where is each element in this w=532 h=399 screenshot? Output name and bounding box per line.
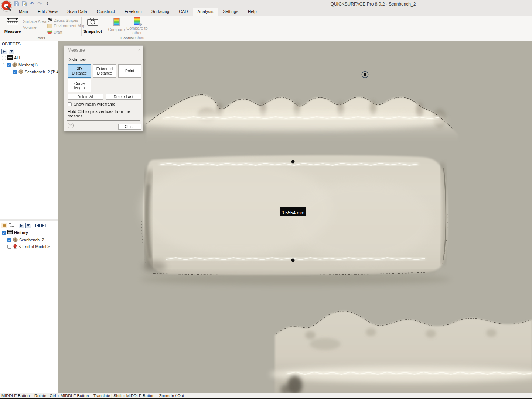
- history-toolbar: [1, 222, 46, 229]
- objects-panel-title: OBJECTS: [0, 41, 58, 48]
- checkbox-history[interactable]: ✓: [2, 231, 6, 235]
- end-of-model-arrow-icon: [13, 244, 17, 250]
- gear-icon: ⚙: [139, 22, 143, 27]
- volume-button[interactable]: Volume: [23, 25, 37, 30]
- mesh-wheel-icon: [18, 69, 23, 75]
- app-logo-icon: [1, 0, 12, 12]
- redo-icon[interactable]: ↷: [37, 1, 42, 7]
- history-filter-icon[interactable]: [25, 223, 31, 228]
- title-bar: ↶ ↷ ▾ QUICKSURFACE Pro 8.0.2 - Scanbench…: [0, 0, 532, 8]
- tab-edit-view[interactable]: Edit / View: [33, 8, 62, 16]
- measure-ruler-icon: [6, 17, 19, 28]
- tree-item-all[interactable]: ALL: [2, 55, 21, 61]
- extended-distance-button[interactable]: Extended Distance: [93, 64, 116, 78]
- surface-area-button[interactable]: Surface Area: [23, 19, 47, 24]
- draft-button[interactable]: Draft: [47, 30, 62, 34]
- panel-splitter[interactable]: [0, 219, 58, 221]
- mesh-wheel-icon: [12, 62, 17, 68]
- history-skip-to-start-icon[interactable]: [35, 222, 40, 229]
- save-icon[interactable]: [13, 1, 19, 7]
- left-panel: OBJECTS ALL ˅ ✓ Meshes(1) ✓ Scanbench_2 …: [0, 41, 58, 393]
- delete-last-button[interactable]: Delete Last: [106, 94, 141, 100]
- close-button[interactable]: Close: [118, 124, 141, 130]
- ribbon-separator: [105, 17, 105, 36]
- save-as-icon[interactable]: [21, 1, 27, 7]
- application-window: ↶ ↷ ▾ QUICKSURFACE Pro 8.0.2 - Scanbench…: [0, 0, 532, 399]
- environment-map-button[interactable]: Environment Map: [47, 24, 85, 28]
- undo-icon[interactable]: ↶: [29, 1, 35, 7]
- customize-quick-access-icon[interactable]: ▾: [47, 2, 48, 6]
- tree-item-end-of-model[interactable]: < End of Model >: [7, 244, 50, 250]
- 3d-distance-button[interactable]: 3D Distance: [68, 64, 91, 78]
- pivot-indicator-icon: [362, 72, 368, 78]
- status-bar: MIDDLE Button = Rotate | Ctrl + MIDDLE B…: [0, 393, 532, 399]
- compare-colormap-icon: [113, 18, 120, 26]
- draft-icon: [47, 30, 52, 34]
- tab-freeform[interactable]: Freeform: [120, 8, 147, 16]
- tree-label-all: ALL: [14, 56, 21, 60]
- checkbox-scanbench[interactable]: ✓: [13, 70, 17, 74]
- history-tree-view-icon[interactable]: [8, 223, 15, 228]
- checkbox-history-scanbench[interactable]: ✓: [7, 238, 11, 242]
- tree-item-history-scanbench[interactable]: ✓ Scanbench_2: [7, 237, 44, 243]
- mesh-center-boss: [140, 155, 451, 285]
- pick-vertices-hint: Hold Ctrl to pick vertices from the mesh…: [68, 109, 143, 118]
- zebra-stripes-label: Zebra Stripes: [54, 18, 78, 23]
- measure-button[interactable]: Measure: [4, 17, 21, 34]
- history-list-view-icon[interactable]: [1, 223, 7, 228]
- ribbon-toolbar: Measure Surface Area Volume Zebra Stripe…: [0, 16, 532, 41]
- toolbar-separator: [17, 223, 17, 228]
- zebra-stripes-icon: [47, 18, 52, 23]
- objects-filter-icon[interactable]: [9, 49, 14, 54]
- tree-label-meshes: Meshes(1): [18, 63, 38, 67]
- help-icon[interactable]: ?: [68, 123, 74, 128]
- checkbox-all[interactable]: [2, 56, 6, 60]
- point-button[interactable]: Point: [118, 64, 141, 78]
- history-expand-icon[interactable]: [19, 223, 24, 228]
- menu-bar: Main Edit / View Scan Data Construct Fre…: [0, 8, 532, 16]
- distances-section-label: Distances: [68, 57, 86, 62]
- measurement-label: 3.5554 mm: [282, 210, 305, 216]
- mesh-wheel-icon: [13, 237, 18, 243]
- environment-map-icon: [47, 24, 52, 28]
- show-wireframe-checkbox[interactable]: [68, 102, 72, 106]
- close-icon[interactable]: ×: [138, 47, 141, 52]
- toolbar-separator: [33, 223, 33, 228]
- tree-item-history[interactable]: ✓ History: [2, 230, 28, 235]
- measure-dialog-title[interactable]: Measure: [68, 48, 85, 53]
- snapshot-button[interactable]: Snapshot: [83, 17, 102, 34]
- show-wireframe-label: Show mesh wireframe: [74, 102, 116, 106]
- history-skip-to-end-icon[interactable]: [41, 222, 46, 229]
- compare-button[interactable]: Compare: [108, 18, 125, 32]
- compare-label: Compare: [108, 27, 125, 32]
- show-wireframe-checkbox-row[interactable]: Show mesh wireframe: [68, 102, 116, 106]
- environment-map-label: Environment Map: [54, 24, 85, 28]
- layers-icon: [7, 230, 13, 235]
- curve-length-button[interactable]: Curve length: [68, 79, 91, 92]
- zebra-stripes-button[interactable]: Zebra Stripes: [47, 18, 78, 23]
- draft-label: Draft: [54, 30, 62, 34]
- measure-dialog: Measure × Distances 3D Distance Extended…: [64, 45, 143, 131]
- tab-cad[interactable]: CAD: [174, 8, 192, 16]
- tab-scan-data[interactable]: Scan Data: [62, 8, 92, 16]
- checkbox-end-of-model[interactable]: [7, 245, 11, 249]
- tab-analysis[interactable]: Analysis: [193, 8, 218, 16]
- window-title: QUICKSURFACE Pro 8.0.2 - Scanbench_2: [312, 1, 434, 7]
- measure-label: Measure: [4, 29, 21, 34]
- objects-expand-icon[interactable]: [1, 49, 7, 54]
- checkbox-meshes[interactable]: ✓: [7, 63, 11, 67]
- tree-item-scanbench[interactable]: ✓ Scanbench_2 (T: 4 928: [13, 69, 58, 75]
- tree-item-meshes[interactable]: ˅ ✓ Meshes(1): [2, 62, 38, 68]
- tab-main[interactable]: Main: [14, 8, 33, 16]
- control-group-label: Control: [105, 36, 149, 40]
- tab-construct[interactable]: Construct: [92, 8, 120, 16]
- ribbon-separator: [149, 17, 149, 36]
- chevron-down-icon[interactable]: ˅: [2, 63, 5, 67]
- dialog-divider: [67, 120, 140, 121]
- delete-all-button[interactable]: Delete All: [68, 94, 103, 100]
- tree-label-scanbench: Scanbench_2 (T: 4 928: [25, 70, 58, 74]
- measurement-endpoint-top: [291, 160, 295, 164]
- tab-surfacing[interactable]: Surfacing: [147, 8, 174, 16]
- tab-settings[interactable]: Settings: [218, 8, 243, 16]
- tab-help[interactable]: Help: [243, 8, 262, 16]
